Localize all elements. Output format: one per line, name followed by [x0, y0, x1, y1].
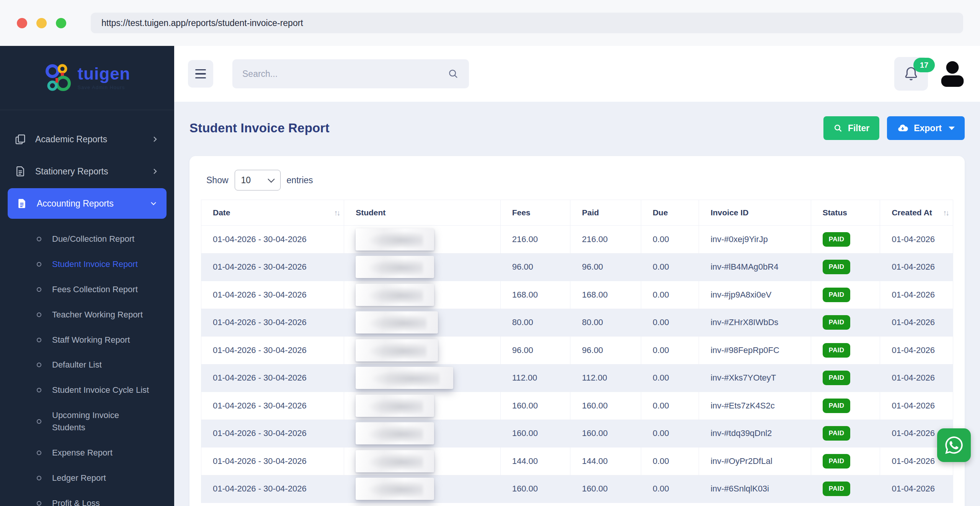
browser-chrome: https://test.tuigen.app/reports/student-…: [0, 0, 980, 46]
sidebar-item-stationery-reports[interactable]: Stationery Reports: [0, 155, 174, 187]
date-cell: 01-04-2026 - 30-04-2026: [201, 253, 344, 281]
bullet-icon: [37, 419, 41, 424]
sidebar-item-profit-loss[interactable]: Profit & Loss: [0, 491, 174, 506]
fees-cell: 96.00: [500, 253, 570, 281]
column-header-fees[interactable]: Fees: [500, 200, 570, 226]
sidebar-item-student-invoice-report[interactable]: Student Invoice Report: [0, 252, 174, 277]
sidebar-item-label: Academic Reports: [35, 134, 107, 145]
search-input[interactable]: [242, 69, 448, 79]
status-badge: PAID: [823, 426, 851, 441]
notification-count-badge: 17: [913, 58, 935, 72]
sidebar-item-accounting-reports[interactable]: Accounting Reports: [8, 188, 167, 219]
address-bar[interactable]: https://test.tuigen.app/reports/student-…: [91, 13, 963, 33]
fees-cell: 112.00: [500, 364, 570, 392]
paid-cell: 112.00: [570, 364, 641, 392]
invoice-id-cell: inv-#ZHrX8IWbDs: [699, 309, 811, 337]
table-header-row: ↑↓Date Student Fees Paid Due Invoice ID …: [201, 200, 953, 226]
column-header-student[interactable]: Student: [344, 200, 501, 226]
zoom-button[interactable]: [56, 18, 66, 28]
status-badge: PAID: [823, 260, 851, 274]
sidebar-item-teacher-working-report[interactable]: Teacher Working Report: [0, 302, 174, 327]
due-cell: 0.00: [641, 337, 699, 364]
paid-cell: 168.00: [570, 281, 641, 309]
report-card: Show 10 entries: [189, 156, 965, 506]
student-cell: [344, 392, 501, 420]
notifications-button[interactable]: 17: [894, 57, 928, 91]
table-row: 01-04-2026 - 30-04-2026 160.00 160.00 0.…: [201, 475, 953, 503]
document-lines-icon: [15, 166, 26, 177]
sidebar-item-student-invoice-cycle-list[interactable]: Student Invoice Cycle List: [0, 377, 174, 403]
student-cell: [344, 337, 501, 364]
status-badge: PAID: [823, 315, 851, 330]
sort-icon[interactable]: ↑↓: [943, 208, 948, 217]
close-button[interactable]: [17, 18, 27, 28]
invoice-id-cell: inv-#jp9A8xi0eV: [699, 281, 811, 309]
bullet-icon: [37, 312, 41, 317]
fees-cell: 160.00: [500, 420, 570, 447]
sidebar-item-due-collection-report[interactable]: Due/Collection Report: [0, 226, 174, 252]
status-cell: PAID: [811, 337, 880, 364]
column-header-paid[interactable]: Paid: [570, 200, 641, 226]
paid-cell: 96.00: [570, 337, 641, 364]
redacted-student-name: [356, 450, 434, 472]
column-header-invoice-id[interactable]: Invoice ID: [699, 200, 811, 226]
date-cell: 01-04-2026 - 30-04-2026: [201, 364, 344, 392]
status-badge: PAID: [823, 232, 851, 247]
due-cell: 0.00: [641, 226, 699, 254]
search-icon: [833, 124, 843, 133]
person-icon: [937, 58, 968, 90]
sidebar-nav: Academic Reports Stationery Reports: [0, 110, 174, 506]
date-cell: 01-04-2026 - 30-04-2026: [201, 420, 344, 447]
paid-cell: 216.00: [570, 226, 641, 254]
table-row: 01-04-2026 - 30-04-2026 160.00 160.00 0.…: [201, 392, 953, 420]
minimize-button[interactable]: [36, 18, 47, 28]
column-header-status[interactable]: Status: [811, 200, 880, 226]
sidebar-item-academic-reports[interactable]: Academic Reports: [0, 123, 174, 155]
sidebar-toggle-button[interactable]: [188, 60, 213, 88]
bullet-icon: [37, 262, 41, 267]
chevron-right-icon: [150, 167, 160, 176]
date-cell: 01-04-2026 - 30-04-2026: [201, 337, 344, 364]
whatsapp-icon: [944, 435, 964, 455]
page-size-select[interactable]: 10: [235, 170, 281, 190]
sidebar-item-expense-report[interactable]: Expense Report: [0, 440, 174, 465]
student-cell: [344, 281, 501, 309]
invoice-id-cell: inv-#lB4MAg0bR4: [699, 253, 811, 281]
bullet-icon: [37, 388, 41, 392]
status-cell: PAID: [811, 364, 880, 392]
fees-cell: 160.00: [500, 475, 570, 503]
status-badge: PAID: [823, 288, 851, 302]
column-header-date[interactable]: ↑↓Date: [201, 200, 344, 226]
sidebar-item-staff-working-report[interactable]: Staff Working Report: [0, 327, 174, 353]
table-row: 01-04-2026 - 30-04-2026 168.00 168.00 0.…: [201, 281, 953, 309]
redacted-student-name: [356, 367, 453, 389]
whatsapp-button[interactable]: [937, 428, 971, 462]
fees-cell: 96.00: [500, 337, 570, 364]
student-cell: [344, 226, 501, 254]
user-avatar[interactable]: [937, 57, 968, 91]
sidebar-item-label: Stationery Reports: [35, 166, 108, 177]
status-cell: PAID: [811, 392, 880, 420]
sidebar-item-upcoming-invoice-students[interactable]: Upcoming Invoice Students: [0, 403, 174, 440]
column-header-due[interactable]: Due: [641, 200, 699, 226]
date-cell: 01-04-2026 - 30-04-2026: [201, 226, 344, 254]
sidebar-item-defaulter-list[interactable]: Defaulter List: [0, 352, 174, 377]
sidebar-item-ledger-report[interactable]: Ledger Report: [0, 465, 174, 491]
table-row: 01-04-2026 - 30-04-2026 160.00 160.00 0.…: [201, 420, 953, 447]
export-button[interactable]: Export: [887, 116, 965, 140]
sidebar-item-fees-collection-report[interactable]: Fees Collection Report: [0, 277, 174, 302]
created-at-cell: 01-04-2026: [880, 337, 953, 364]
column-header-created-at[interactable]: ↑↓Created At: [880, 200, 953, 226]
sort-icon[interactable]: ↑↓: [334, 208, 339, 217]
app-logo: tuigen Save Admin Hours: [0, 46, 174, 110]
table-row: 01-04-2026 - 30-04-2026 80.00 80.00 0.00…: [201, 309, 953, 337]
due-cell: 0.00: [641, 475, 699, 503]
paid-cell: 144.00: [570, 447, 641, 475]
due-cell: 0.00: [641, 420, 699, 447]
filter-button[interactable]: Filter: [823, 116, 879, 140]
search-icon[interactable]: [448, 68, 459, 80]
copy-pages-icon: [15, 133, 26, 145]
tuigen-logo-icon: [44, 63, 72, 93]
redacted-student-name: [356, 311, 438, 334]
invoice-id-cell: inv-#Xks7YOteyT: [699, 364, 811, 392]
